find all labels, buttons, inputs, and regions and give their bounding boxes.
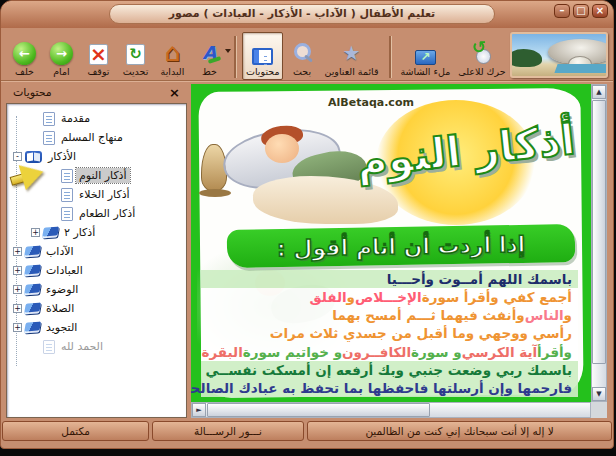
toolbar-button-label: البداية (161, 67, 185, 77)
tree-item-book[interactable]: + العبادات (9, 261, 184, 280)
tree-item-book[interactable]: + الوضوء (9, 280, 184, 299)
tree-item-label: أذكار الخلاء (76, 187, 133, 202)
page-icon (61, 169, 73, 183)
tree-item-label: التجويد (43, 320, 80, 335)
dhikr-segment: البقرة (202, 344, 243, 360)
toolbar-button-contents[interactable]: محتويات (242, 32, 283, 80)
screen: تعليم الأطفال ( الآداب - الأذكار - العبا… (0, 0, 616, 456)
dhikr-segment: الإخـــلاص (355, 289, 422, 305)
dhikr-segment: باسمك اللهم أمــوت وأحـــيا (387, 271, 572, 287)
forward-icon (50, 42, 73, 65)
tree-item-book[interactable]: + التجويد (9, 318, 184, 337)
toolbar-button-back[interactable]: خلف (6, 32, 43, 80)
dhikr-segment: الناس (525, 307, 564, 323)
toolbar-button-label: توقف (88, 67, 110, 77)
dhikr-segment: و (347, 289, 355, 305)
back-icon (13, 42, 36, 65)
stop-icon (89, 44, 108, 65)
contents-panel-title: محتويات (13, 86, 52, 99)
toolbar-button-label: امام (53, 67, 70, 77)
toolbar-button-font[interactable]: خط (191, 32, 228, 80)
vertical-scrollbar-thumb[interactable] (592, 100, 606, 364)
dhikr-segment: و سورة (411, 344, 462, 360)
refresh-icon (126, 44, 145, 65)
expander-icon[interactable]: + (13, 323, 22, 332)
minimize-button[interactable]: – (554, 4, 570, 18)
scroll-right-icon[interactable]: ► (192, 403, 206, 417)
scroll-up-icon[interactable]: ▲ (592, 85, 606, 99)
maximize-button[interactable]: □ (573, 4, 589, 18)
toolbar-separator (389, 36, 391, 78)
toolbar-button-refresh[interactable]: تحديث (117, 32, 154, 80)
scroll-down-icon[interactable]: ▼ (592, 387, 606, 401)
expander-icon[interactable]: + (13, 285, 22, 294)
content-area: AlBetaqa.com أذكار النوم إذا أردت أن أنا… (191, 84, 607, 418)
contents-panel: محتويات × مقدمة منهاج المسلم (6, 83, 187, 418)
tree-item-label: الحمد لله (58, 339, 106, 354)
vertical-scrollbar[interactable]: ▲ ▼ (591, 84, 607, 402)
tree-item-label: الآداب (43, 244, 77, 259)
close-button[interactable]: × (592, 4, 608, 18)
tree-item-book[interactable]: + أذكار ٢ (9, 223, 184, 242)
expander-icon[interactable]: - (13, 152, 22, 161)
dhikr-segment: أجمع كفي وأقرأ سورة (422, 289, 572, 305)
close-panel-icon[interactable]: × (169, 86, 180, 99)
tree-item-book[interactable]: + الصلاة (9, 299, 184, 318)
toolbar-button-search[interactable]: بحث (283, 32, 320, 80)
toolbar: خلف امام توقف تحديث البداية (1, 29, 613, 81)
boy-head (265, 134, 299, 163)
fullscreen-icon (415, 50, 436, 65)
tree-item-label: أذكار الطعام (76, 206, 138, 221)
tree-item-book[interactable]: + الآداب (9, 242, 184, 261)
window-controls: – □ × (554, 4, 608, 18)
dhikr-segment: و (564, 307, 572, 323)
toolbar-button-home[interactable]: البداية (154, 32, 191, 80)
tree-item-page[interactable]: منهاج المسلم (9, 128, 184, 147)
dhikr-line: فارحمها وإن أرسلتها فاحفظها بما تحفظ به … (201, 379, 578, 397)
status-dhikr: لا إله إلا أنت سبحانك إني كنت من الظالمي… (307, 421, 612, 441)
horizontal-scrollbar-thumb[interactable] (207, 403, 430, 417)
tree-item-label: مقدمة (58, 111, 93, 126)
toolbar-button-label: بحث (293, 67, 311, 77)
book-icon (24, 264, 41, 276)
horizontal-scrollbar[interactable]: ◄ ► (191, 402, 591, 418)
dhikr-segment: و خواتيم سورة (243, 344, 342, 360)
dhikr-segment: الكافــرون (342, 344, 411, 360)
contents-icon (252, 48, 273, 65)
page-icon (61, 207, 73, 221)
dhikr-line: رأسي ووجهي وما أقبل من جسدي ثلاث مرات (201, 324, 578, 342)
expander-icon[interactable]: + (13, 266, 22, 275)
dhikr-line: باسمك اللهم أمــوت وأحـــيا (201, 270, 578, 288)
status-done: مكتمل (2, 421, 149, 441)
dhikr-line: أجمع كفي وأقرأ سورة الإخـــلاص و الفلق (201, 288, 578, 306)
page-icon (43, 340, 55, 354)
tree-item-label: الوضوء (43, 282, 81, 297)
banner-trees (510, 49, 542, 67)
site-label: AlBetaqa.com (328, 96, 414, 109)
search-icon (290, 41, 314, 65)
expander-icon[interactable]: + (31, 228, 40, 237)
dhikr-segment: آية الكرسي (462, 344, 537, 360)
tree-item-page[interactable]: مقدمة (9, 109, 184, 128)
statusbar: مكتمل نـــور الرســـالة لا إله إلا أنت س… (2, 421, 612, 441)
window-title: تعليم الأطفال ( الآداب - الأذكار - العبا… (109, 4, 495, 24)
banner-water (554, 64, 608, 73)
scrollbar-corner (591, 402, 607, 418)
toolbar-button-fullscreen[interactable]: ملء الشاشة (397, 32, 455, 80)
dhikr-segment: الفلق (310, 289, 347, 305)
expander-icon[interactable]: + (13, 247, 22, 256)
font-icon (198, 41, 222, 65)
book-icon (24, 321, 41, 333)
toolbar-button-forward[interactable]: امام (43, 32, 80, 80)
page-icon (61, 188, 73, 202)
tree-item-page[interactable]: أذكار الطعام (9, 204, 184, 223)
toolbar-button-scrolltop[interactable]: حرك للاعلى (454, 32, 509, 80)
toolbar-button-stop[interactable]: توقف (80, 32, 117, 80)
dhikr-lines: باسمك اللهم أمــوت وأحـــياأجمع كفي وأقر… (201, 270, 578, 397)
dhikr-segment: وأنفث فيهما ثـــم أمسح بهما (332, 307, 524, 323)
toolbar-button-titles[interactable]: قائمة العناوين (320, 32, 382, 80)
expander-icon[interactable]: + (13, 304, 22, 313)
contents-panel-header: محتويات × (6, 83, 187, 102)
dhikr-segment: رأسي ووجهي وما أقبل من جسدي ثلاث مرات (270, 325, 572, 341)
tree-item-page[interactable]: الحمد لله (9, 337, 184, 356)
